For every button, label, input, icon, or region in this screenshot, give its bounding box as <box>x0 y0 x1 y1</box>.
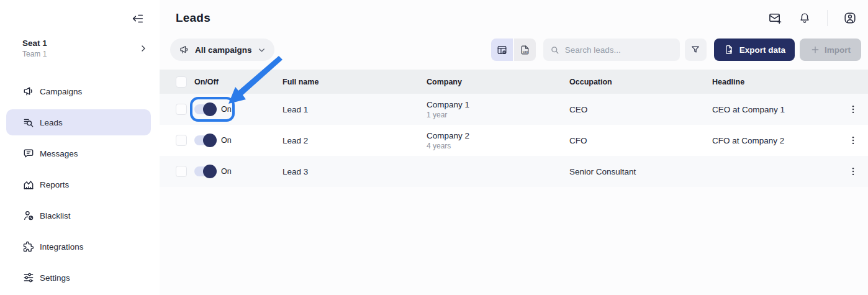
cell-company <box>427 171 569 172</box>
invite-mail-button[interactable] <box>768 11 782 25</box>
topbar-divider <box>827 10 828 26</box>
sidebar-item-messages[interactable]: Messages <box>6 140 151 166</box>
column-header-company: Company <box>427 78 569 86</box>
search-icon <box>549 45 560 55</box>
cell-occupation: CEO <box>569 105 712 114</box>
kebab-icon <box>848 135 859 146</box>
column-header-fullname: Full name <box>283 78 427 86</box>
company-tenure: 1 year <box>427 111 569 119</box>
column-header-occupation: Occupation <box>569 78 712 86</box>
sidebar-item-reports[interactable]: Reports <box>6 171 151 197</box>
campaign-filter-label: All campaigns <box>195 45 252 55</box>
row-menu-button[interactable] <box>845 101 861 117</box>
table-view-button[interactable] <box>491 39 513 61</box>
svg-text:CSV: CSV <box>522 50 528 53</box>
table-row: On Lead 2 Company 2 4 years CFO CFO at C… <box>160 125 868 156</box>
sidebar-item-label: Reports <box>40 180 69 189</box>
import-label: Import <box>825 45 851 55</box>
page-title: Leads <box>176 11 210 25</box>
cell-headline: CFO at Company 2 <box>712 136 838 145</box>
row-checkbox[interactable] <box>176 166 187 177</box>
sidebar-item-label: Leads <box>40 118 63 127</box>
kebab-icon <box>848 104 859 115</box>
notifications-button[interactable] <box>798 11 811 25</box>
cell-headline: CEO at Company 1 <box>712 105 838 114</box>
cell-occupation: Senior Consultant <box>569 167 712 176</box>
user-avatar-icon <box>843 11 857 25</box>
company-tenure: 4 years <box>427 142 569 150</box>
lead-toggle[interactable] <box>194 104 215 114</box>
lead-toggle[interactable] <box>194 135 215 145</box>
sidebar-item-blacklist[interactable]: Blacklist <box>6 202 151 229</box>
sidebar: Seat 1 Team 1 Campaigns <box>0 0 160 295</box>
select-all-checkbox[interactable] <box>176 76 187 88</box>
seat-selector[interactable]: Seat 1 Team 1 <box>0 35 160 62</box>
sidebar-item-campaigns[interactable]: Campaigns <box>6 78 151 104</box>
import-button[interactable]: Import <box>800 39 861 61</box>
cell-full-name: Lead 3 <box>283 167 427 176</box>
column-header-onoff: On/Off <box>194 78 283 86</box>
company-name: Company 2 <box>427 131 569 140</box>
chevron-right-icon <box>138 43 148 53</box>
mail-plus-icon <box>768 11 782 25</box>
view-toggle: CSV <box>491 39 536 61</box>
sidebar-item-label: Messages <box>40 149 78 158</box>
chevron-down-icon <box>257 45 266 55</box>
sidebar-item-label: Integrations <box>40 242 84 252</box>
megaphone-icon <box>179 44 190 55</box>
cell-occupation: CFO <box>569 136 712 145</box>
export-data-button[interactable]: Export data <box>714 39 795 61</box>
campaign-filter-dropdown[interactable]: All campaigns <box>170 39 274 61</box>
collapse-sidebar-button[interactable] <box>130 11 146 27</box>
seat-subtitle: Team 1 <box>22 50 138 58</box>
sidebar-item-integrations[interactable]: Integrations <box>6 234 151 260</box>
sidebar-item-label: Blacklist <box>40 211 71 220</box>
user-block-icon <box>22 209 35 222</box>
sliders-icon <box>22 271 35 284</box>
lead-search-icon <box>22 116 35 129</box>
sidebar-item-label: Settings <box>40 273 70 283</box>
sidebar-nav: Campaigns Leads Messages <box>0 78 160 291</box>
row-menu-button[interactable] <box>845 132 861 148</box>
filter-button[interactable] <box>685 39 707 61</box>
toggle-state-label: On <box>221 167 232 176</box>
kebab-icon <box>848 166 859 177</box>
file-export-icon <box>723 44 735 55</box>
table-header-row: On/Off Full name Company Occupation Head… <box>160 70 868 94</box>
main-content: Leads <box>160 0 868 295</box>
table-row: On Lead 1 Company 1 1 year CEO CEO at Co… <box>160 94 868 125</box>
topbar: Leads <box>160 0 868 36</box>
column-header-headline: Headline <box>712 78 838 86</box>
table-columns-icon <box>496 44 508 56</box>
sidebar-item-label: Campaigns <box>40 87 82 96</box>
cell-full-name: Lead 2 <box>283 136 427 145</box>
search-input[interactable] <box>565 45 674 55</box>
table-row: On Lead 3 Senior Consultant <box>160 156 868 187</box>
cell-company: Company 2 4 years <box>427 131 569 150</box>
funnel-icon <box>690 44 701 55</box>
toggle-state-label: On <box>221 105 232 114</box>
row-checkbox[interactable] <box>176 135 187 146</box>
row-menu-button[interactable] <box>845 163 861 179</box>
bell-icon <box>798 11 811 25</box>
row-checkbox[interactable] <box>176 104 187 115</box>
chart-icon <box>22 178 35 191</box>
cell-full-name: Lead 1 <box>283 105 427 114</box>
toggle-knob <box>203 165 217 178</box>
export-data-label: Export data <box>739 45 785 55</box>
company-name: Company 1 <box>427 100 569 109</box>
search-container <box>543 39 680 61</box>
sidebar-item-settings[interactable]: Settings <box>6 265 151 291</box>
collapse-sidebar-icon <box>131 12 145 25</box>
app-window: Seat 1 Team 1 Campaigns <box>0 0 868 295</box>
seat-title: Seat 1 <box>22 39 138 48</box>
message-icon <box>22 147 35 160</box>
csv-view-button[interactable]: CSV <box>514 39 536 61</box>
megaphone-icon <box>22 85 35 98</box>
cell-company: Company 1 1 year <box>427 100 569 119</box>
sidebar-item-leads[interactable]: Leads <box>6 109 151 135</box>
profile-button[interactable] <box>843 11 857 25</box>
plus-icon <box>810 45 820 55</box>
lead-toggle[interactable] <box>194 166 215 176</box>
toggle-knob <box>203 102 217 116</box>
